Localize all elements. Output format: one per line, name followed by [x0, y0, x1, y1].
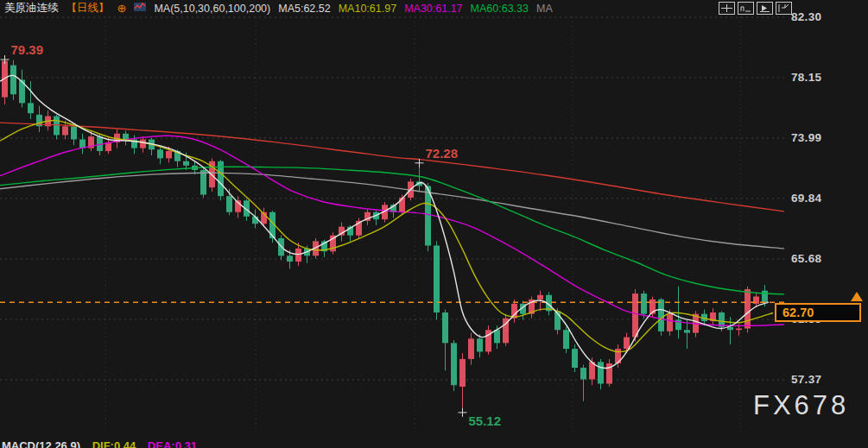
- current-price-badge: 62.70: [775, 303, 861, 322]
- price-up-arrow-icon: [851, 292, 863, 301]
- dif-value: DIF:0.44: [92, 439, 136, 448]
- ma-settings-label: MA(5,10,30,60,100,200): [154, 3, 270, 15]
- candle-body: [71, 126, 77, 139]
- candles: [2, 60, 768, 413]
- candle-body: [580, 368, 586, 379]
- symbol-name: 美原油连续: [4, 1, 59, 16]
- candle-body: [537, 295, 543, 300]
- candle-body: [166, 151, 172, 158]
- candle-body: [624, 338, 630, 349]
- candle-body: [287, 256, 293, 262]
- y-axis-label: 69.84: [791, 192, 860, 205]
- y-axis-label: 57.37: [791, 373, 860, 386]
- high-label: 79.39: [11, 42, 44, 57]
- play-window-icon[interactable]: [757, 2, 773, 15]
- low-label-marker: 55.12: [459, 408, 502, 428]
- candle-body: [477, 338, 483, 351]
- candle-body: [140, 140, 146, 148]
- popout-window-icon[interactable]: [776, 2, 792, 15]
- peak-label-marker: 72.28: [415, 146, 459, 167]
- candle-body: [598, 362, 604, 383]
- y-axis-label: 82.30: [791, 10, 860, 23]
- ma100-value-truncated: MA: [536, 3, 553, 15]
- candle-body: [459, 359, 466, 387]
- candle-body: [572, 349, 578, 368]
- window-toolbar: [719, 2, 792, 15]
- candle-body: [641, 293, 647, 314]
- chart-window-icon[interactable]: [738, 2, 754, 15]
- peak-label: 72.28: [426, 146, 459, 161]
- indicator-chart-icon: [134, 2, 146, 15]
- candle-body: [399, 198, 405, 212]
- sub-indicator-text-clipped: MACD(12,26,9) DIF:0.44 DEA:0.31: [2, 439, 520, 448]
- candle-body: [226, 196, 232, 212]
- candle-body: [762, 291, 768, 302]
- chart-header: 美原油连续 【日线】 ⊕ MA(5,10,30,60,100,200) MA5:…: [4, 1, 553, 16]
- candle-body: [62, 126, 68, 135]
- candle-body: [744, 289, 751, 328]
- ma60-value: MA60:63.33: [471, 3, 529, 15]
- candle-body: [468, 338, 474, 359]
- period-selector[interactable]: 【日线】: [67, 1, 110, 16]
- split-layout-icon[interactable]: [719, 2, 735, 15]
- ma-line-ma60: [0, 167, 784, 294]
- y-axis-label: 73.99: [791, 131, 860, 144]
- ma-line-ma10: [0, 120, 773, 351]
- candle-body: [183, 161, 189, 166]
- candle-body: [295, 249, 301, 262]
- macd-label: MACD(12,26,9): [2, 439, 80, 448]
- candle-body: [658, 300, 664, 331]
- ma30-value: MA30:61.17: [404, 3, 462, 15]
- add-indicator-icon[interactable]: ⊕: [117, 3, 127, 14]
- y-axis-label: 78.15: [791, 71, 860, 84]
- candle-body: [494, 330, 500, 343]
- candle-body: [442, 312, 448, 343]
- candle-body: [200, 170, 206, 195]
- y-axis-label: 65.68: [791, 252, 860, 265]
- low-label: 55.12: [469, 413, 502, 428]
- candle-body: [451, 343, 457, 385]
- dea-value: DEA:0.31: [148, 439, 197, 448]
- fx678-watermark: FX678: [753, 390, 849, 421]
- high-label-marker: 79.39: [1, 42, 44, 64]
- candle-body: [10, 66, 16, 95]
- candle-body: [563, 330, 569, 349]
- candle-body: [632, 293, 638, 338]
- candle-body: [28, 103, 34, 113]
- candle-body: [667, 314, 673, 331]
- candle-body: [123, 134, 129, 140]
- grid: [0, 17, 784, 436]
- ma5-value: MA5:62.52: [278, 3, 330, 15]
- candle-body: [736, 329, 742, 331]
- candle-body: [684, 330, 690, 332]
- ma10-value: MA10:61.97: [339, 3, 396, 15]
- candle-body: [157, 149, 163, 158]
- ma-line-ma30: [0, 136, 784, 325]
- candlestick-chart[interactable]: 79.3972.2855.12: [0, 0, 868, 448]
- trading-app: 79.3972.2855.12 美原油连续 【日线】 ⊕ MA(5,10,30,…: [0, 0, 868, 448]
